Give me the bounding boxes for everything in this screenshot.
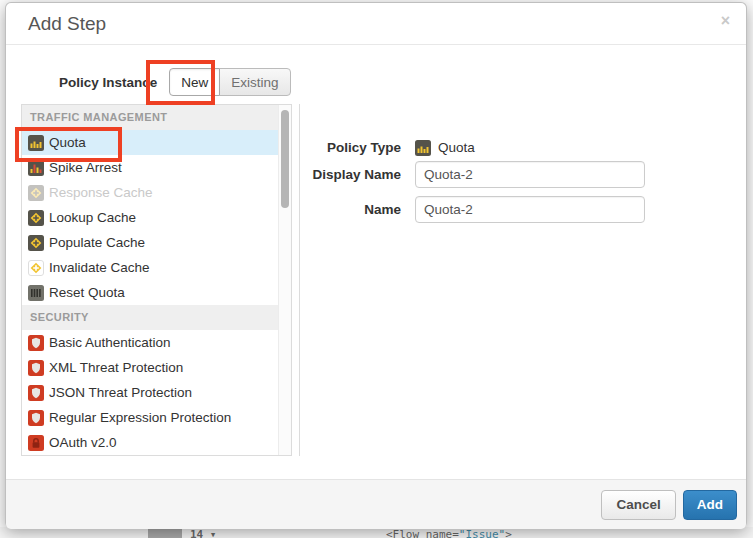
- dialog-footer: Cancel Add: [6, 479, 746, 529]
- sidebar-item-label: Quota: [49, 135, 86, 150]
- sidebar-item-label: Spike Arrest: [49, 160, 122, 175]
- policy-instance-new-button[interactable]: New: [169, 68, 220, 96]
- sidebar-item-basic-authentication[interactable]: Basic Authentication: [22, 330, 278, 355]
- name-row: Name: [286, 196, 645, 223]
- cache-icon: [28, 235, 44, 251]
- sidebar-item-label: Lookup Cache: [49, 210, 136, 225]
- policy-instance-label: Policy Instance: [59, 75, 157, 90]
- sidebar-item-label: XML Threat Protection: [49, 360, 183, 375]
- code-end: >: [505, 528, 512, 538]
- shield-icon: [28, 360, 44, 376]
- cancel-button[interactable]: Cancel: [601, 490, 675, 520]
- quota-icon: [28, 135, 44, 151]
- add-button[interactable]: Add: [683, 490, 737, 520]
- policy-instance-toggle: NewExisting: [169, 68, 290, 96]
- policy-list: TRAFFIC MANAGEMENTQuotaSpike ArrestRespo…: [22, 105, 278, 455]
- code-string: "Issue": [459, 528, 505, 538]
- policy-instance-existing-button[interactable]: Existing: [219, 68, 290, 96]
- sidebar-item-json-threat-protection[interactable]: JSON Threat Protection: [22, 380, 278, 405]
- editor-line-number: 14 ▾: [190, 528, 217, 538]
- sidebar-item-populate-cache[interactable]: Populate Cache: [22, 230, 278, 255]
- cache-icon: [28, 210, 44, 226]
- sidebar-item-label: Populate Cache: [49, 235, 145, 250]
- sidebar-item-label: Invalidate Cache: [49, 260, 150, 275]
- sidebar-item-lookup-cache[interactable]: Lookup Cache: [22, 205, 278, 230]
- category-header-traffic-management: TRAFFIC MANAGEMENT: [22, 105, 278, 130]
- name-label: Name: [286, 202, 401, 217]
- display-name-label: Display Name: [286, 167, 401, 182]
- dialog-title: Add Step: [28, 13, 106, 35]
- sidebar-item-label: OAuth v2.0: [49, 435, 117, 450]
- reset-icon: [28, 285, 44, 301]
- shield-icon: [28, 410, 44, 426]
- category-header-security: SECURITY: [22, 305, 278, 330]
- policy-list-panel: TRAFFIC MANAGEMENTQuotaSpike ArrestRespo…: [21, 104, 292, 456]
- close-icon[interactable]: ×: [721, 13, 730, 29]
- spike-icon: [28, 160, 44, 176]
- sidebar-item-label: Basic Authentication: [49, 335, 171, 350]
- sidebar-item-invalidate-cache[interactable]: Invalidate Cache: [22, 255, 278, 280]
- shield-icon: [28, 385, 44, 401]
- name-input[interactable]: [415, 196, 645, 223]
- policy-type-text: Quota: [438, 140, 475, 155]
- sidebar-item-regular-expression-protection[interactable]: Regular Expression Protection: [22, 405, 278, 430]
- editor-code-line: <Flow name="Issue">: [386, 528, 512, 538]
- sidebar-item-spike-arrest[interactable]: Spike Arrest: [22, 155, 278, 180]
- add-step-dialog: Add Step × Policy Instance NewExisting T…: [5, 2, 747, 528]
- display-name-row: Display Name: [286, 161, 645, 188]
- code-tag: <Flow name=: [386, 528, 459, 538]
- cache-icon: [28, 260, 44, 276]
- policy-type-label: Policy Type: [286, 140, 401, 155]
- quota-icon: [415, 140, 431, 156]
- dialog-header: Add Step ×: [6, 3, 746, 45]
- sidebar-item-reset-quota[interactable]: Reset Quota: [22, 280, 278, 305]
- sidebar-item-label: Reset Quota: [49, 285, 125, 300]
- sidebar-item-label: JSON Threat Protection: [49, 385, 192, 400]
- lock-icon: [28, 435, 44, 451]
- sidebar-item-xml-threat-protection[interactable]: XML Threat Protection: [22, 355, 278, 380]
- policy-type-row: Policy Type Quota: [286, 134, 475, 161]
- sidebar-item-label: Regular Expression Protection: [49, 410, 231, 425]
- sidebar-item-label: Response Cache: [49, 185, 153, 200]
- shield-icon: [28, 335, 44, 351]
- sidebar-item-oauth-v2-0[interactable]: OAuth v2.0: [22, 430, 278, 455]
- policy-instance-row: Policy Instance NewExisting: [59, 68, 291, 96]
- sidebar-item-quota[interactable]: Quota: [22, 130, 278, 155]
- sidebar-item-response-cache: Response Cache: [22, 180, 278, 205]
- cache-icon: [28, 185, 44, 201]
- display-name-input[interactable]: [415, 161, 645, 188]
- policy-type-value: Quota: [415, 140, 475, 156]
